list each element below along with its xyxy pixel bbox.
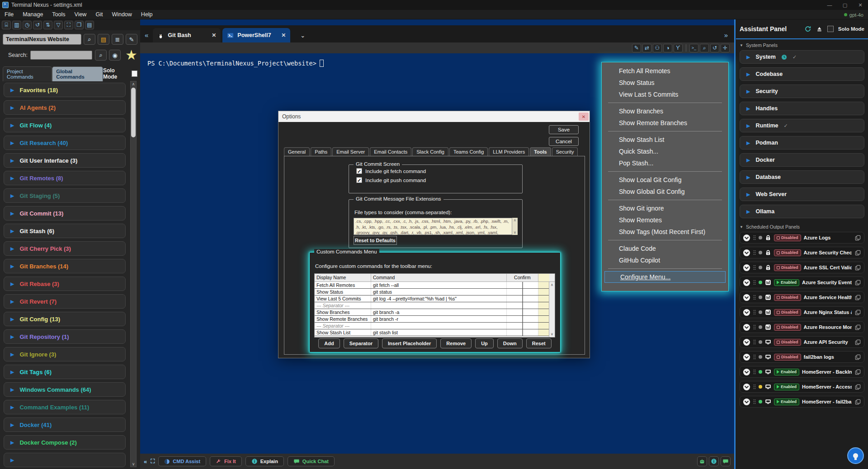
expander-caret-icon[interactable]: ▶ <box>10 281 14 287</box>
dialog-close-icon[interactable]: ✕ <box>579 113 589 121</box>
system-panel-security[interactable]: ▶Security <box>740 84 864 98</box>
terminal-tab-git bash[interactable]: Git Bash✕ <box>153 28 221 42</box>
term-expand-icon[interactable]: ✛ <box>721 44 730 52</box>
expander-caret-icon[interactable]: ▶ <box>10 422 14 428</box>
solo-mode-checkbox[interactable] <box>132 70 137 77</box>
menu-item-show-tags-most-recent-first-[interactable]: Show Tags (Most Recent First) <box>604 226 726 238</box>
reset-button[interactable]: Reset <box>526 338 552 348</box>
toolbar-clock-icon[interactable]: ◷ <box>23 21 32 29</box>
copy-icon[interactable] <box>854 339 861 346</box>
chevron-down-circle-icon[interactable] <box>743 294 750 301</box>
sidebar-category[interactable]: ▶Git Remotes (8) <box>4 171 126 185</box>
system-panel-codebase[interactable]: ▶Codebase <box>740 67 864 81</box>
expander-caret-icon[interactable]: ▶ <box>10 175 14 181</box>
confirm-checkbox[interactable] <box>522 302 523 309</box>
sidebar-category[interactable]: ▶AI Agents (2) <box>4 100 126 115</box>
scroll-up-icon[interactable]: ∧ <box>514 218 516 222</box>
dialog-tab-tools[interactable]: Tools <box>530 147 551 156</box>
custom-commands-table[interactable]: Display NameCommandConfirm Fetch All Rem… <box>314 273 555 338</box>
expander-caret-icon[interactable]: ▶ <box>10 105 14 111</box>
term-swap-icon[interactable]: ⇄ <box>642 44 651 52</box>
menu-item-github-copilot[interactable]: GitHub Copilot <box>604 254 726 266</box>
scheduled-panel-row[interactable]: EnabledAzure Security Events <box>740 277 864 288</box>
system-panel-runtime[interactable]: ▶Runtime✓ <box>740 119 864 132</box>
copy-icon[interactable] <box>854 264 861 271</box>
table-row[interactable]: --- Separator --- <box>315 323 555 329</box>
help-fab[interactable] <box>847 447 864 464</box>
expander-caret-icon[interactable]: ▶ <box>746 192 750 197</box>
profile-input[interactable]: TerminalNexus Website <box>3 34 81 45</box>
sidebar-category[interactable]: ▶Git Config (13) <box>4 312 126 326</box>
chevron-down-circle-icon[interactable] <box>743 249 750 257</box>
expander-caret-icon[interactable]: ▶ <box>746 140 750 146</box>
expander-caret-icon[interactable]: ▶ <box>746 157 750 163</box>
copy-icon[interactable] <box>854 309 861 316</box>
chevron-down-circle-icon[interactable] <box>743 398 750 406</box>
dialog-tab-general[interactable]: General <box>284 147 310 156</box>
copy-icon[interactable] <box>854 234 861 241</box>
collapse-up-icon[interactable]: « <box>144 458 147 465</box>
dialog-tab-paths[interactable]: Paths <box>311 147 331 156</box>
dialog-titlebar[interactable]: Options ✕ <box>278 111 590 122</box>
sidebar-category[interactable]: ▶Git Stash (6) <box>4 224 126 238</box>
down-button[interactable]: Down <box>497 338 523 348</box>
sidebar-category[interactable]: ▶Git Commit (13) <box>4 206 126 220</box>
sidebar-category[interactable]: ▶Git Branches (14) <box>4 259 126 273</box>
maximize-button[interactable]: ▢ <box>837 0 853 10</box>
menubar-item-view[interactable]: View <box>70 11 91 18</box>
sidebar-category[interactable]: ▶Git Repository (1) <box>4 329 126 344</box>
bottombar-quick-chat-button[interactable]: Quick Chat <box>288 456 335 466</box>
expander-caret-icon[interactable]: ▶ <box>10 87 14 93</box>
tabs-expand-icon[interactable]: » <box>724 31 734 42</box>
minimize-button[interactable]: — <box>822 0 837 10</box>
sidebar-category[interactable]: ▶Git Rebase (3) <box>4 277 126 291</box>
expander-caret-icon[interactable]: ▶ <box>10 158 14 164</box>
sidebar-category[interactable]: ▶ <box>4 453 126 467</box>
scheduled-panel-row[interactable]: DisabledAzure Service Health Check <box>740 291 864 303</box>
drag-handle-icon[interactable] <box>753 265 756 270</box>
profile-edit-icon[interactable]: ✎ <box>126 34 137 45</box>
sidebar-category[interactable]: ▶Git Flow (4) <box>4 118 126 132</box>
expander-caret-icon[interactable]: ▶ <box>10 316 14 322</box>
table-row[interactable]: --- Separator --- <box>315 302 555 309</box>
term-brain-icon[interactable]: ◑ <box>663 44 672 52</box>
sidebar-category[interactable]: ▶Favorites (18) <box>4 83 126 97</box>
tab-dropdown-icon[interactable]: ⌄ <box>292 32 311 42</box>
drag-handle-icon[interactable] <box>753 369 756 375</box>
confirm-checkbox[interactable] <box>522 323 523 329</box>
system-panel-docker[interactable]: ▶Docker <box>740 153 864 167</box>
scheduled-panel-row[interactable]: DisabledAzure Resource Monitoring <box>740 321 864 333</box>
toolbar-sort-icon[interactable]: ⇅ <box>43 21 52 29</box>
chevron-down-circle-icon[interactable] <box>743 279 750 286</box>
drag-handle-icon[interactable] <box>753 250 756 255</box>
copy-icon[interactable] <box>854 249 861 256</box>
toolbar-device-icon[interactable]: ▤ <box>85 21 94 29</box>
section-header-scheduled-output-panels[interactable]: ▼Scheduled Output Panels <box>740 222 864 232</box>
menu-item-pop-stash-[interactable]: Pop Stash... <box>604 157 726 169</box>
copy-icon[interactable] <box>854 279 861 286</box>
sidebar-category[interactable]: ▶Git Research (40) <box>4 136 126 150</box>
term-git-branch-icon[interactable]: ϒ <box>674 44 683 52</box>
confirm-checkbox[interactable] <box>522 316 523 322</box>
column-header[interactable]: Command <box>371 274 507 281</box>
refresh-icon[interactable] <box>804 25 811 33</box>
system-panel-podman[interactable]: ▶Podman <box>740 136 864 150</box>
menu-item-show-git-ignore[interactable]: Show Git ignore <box>604 202 726 214</box>
toolbar-windows-icon[interactable]: ❐ <box>75 21 84 29</box>
column-header[interactable]: Display Name <box>315 274 371 281</box>
dialog-tab-email-server[interactable]: Email Server <box>332 147 369 156</box>
menubar-item-help[interactable]: Help <box>137 11 157 18</box>
table-row[interactable]: Show Stash Listgit stash list <box>315 329 555 336</box>
confirm-checkbox[interactable] <box>522 329 523 336</box>
menu-item-show-global-git-config[interactable]: Show Global Git Config <box>604 186 726 197</box>
sidebar-category[interactable]: ▶Command Examples (11) <box>4 400 126 414</box>
table-row[interactable]: View Last 5 Commitsgit log -4 --pretty=f… <box>315 295 555 302</box>
section-header-system-panels[interactable]: ▼System Panels <box>740 40 864 50</box>
expand-panel-icon[interactable]: ⛶ <box>151 458 155 465</box>
chevron-down-circle-icon[interactable] <box>743 368 750 376</box>
toolbar-filter-icon[interactable]: ▽ <box>54 21 63 29</box>
expander-caret-icon[interactable]: ▶ <box>10 299 14 305</box>
system-panel-system[interactable]: ▶System✓ <box>740 50 864 64</box>
expander-caret-icon[interactable]: ▶ <box>746 174 750 180</box>
scheduled-panel-row[interactable]: EnabledHomeServer - BackInTime <box>740 366 864 378</box>
